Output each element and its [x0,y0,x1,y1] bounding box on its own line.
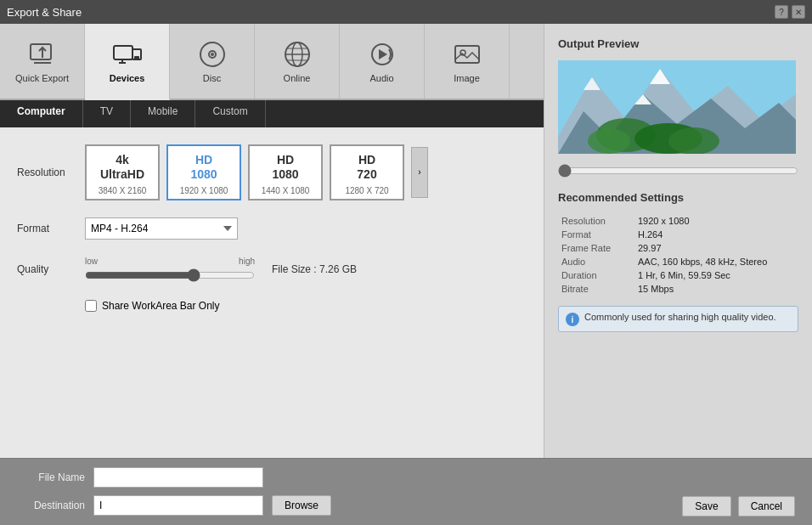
online-icon [282,39,313,70]
rec-key-duration: Duration [558,268,634,282]
resolution-label: Resolution [17,167,85,178]
quality-labels: low high [85,257,255,266]
resolution-section: Resolution 4k UltraHD 3840 X 2160 HD 108… [17,144,527,200]
output-preview-title: Output Preview [558,37,798,50]
tab-audio[interactable]: Audio [340,24,425,99]
dialog: Export & Share ? ✕ [0,0,812,525]
format-section: Format MP4 - H.264 MP4 - H.265 AVI MOV W… [17,217,527,240]
res-card-hd1080-sel-line1: HD [172,153,236,167]
quality-slider-container: low high [85,257,255,283]
res-card-hd1080-2-sub: 1440 X 1080 [253,186,318,195]
quality-section: Quality low high File Size : 7.26 GB [17,257,527,283]
sub-tab-bar: Computer TV Mobile Custom [0,100,544,127]
res-card-hd1080-sel-sub: 1920 X 1080 [172,186,236,195]
res-card-hd1080-selected[interactable]: HD 1080 1920 X 1080 [166,144,241,200]
image-icon [452,39,482,70]
quality-label: Quality [17,263,85,275]
info-bar: i Commonly used for sharing high quality… [558,306,798,332]
rec-row-format: Format H.264 [558,228,798,241]
bottom-panel: File Name Destination Browse Save Cancel [0,458,812,525]
help-button[interactable]: ? [775,5,788,19]
rec-key-framerate: Frame Rate [558,241,634,255]
res-card-4k-line1: 4k [90,153,155,167]
tab-image[interactable]: Image [425,24,510,99]
tab-audio-label: Audio [369,73,393,83]
browse-button[interactable]: Browse [272,495,331,516]
tab-devices-label: Devices [110,73,145,83]
sub-tab-computer[interactable]: Computer [0,100,83,127]
svg-rect-3 [114,46,133,59]
rec-key-format: Format [558,228,634,241]
rec-key-resolution: Resolution [558,214,634,228]
preview-timeline-slider[interactable] [558,164,798,178]
close-button[interactable]: ✕ [792,5,805,19]
tab-disc-label: Disc [203,73,221,83]
destination-label: Destination [17,500,85,511]
resolution-cards: 4k UltraHD 3840 X 2160 HD 1080 1920 X 10… [85,144,527,200]
rec-val-format: H.264 [634,228,798,241]
svg-point-29 [668,127,719,154]
left-panel: Quick Export Devices [0,24,544,458]
tab-online[interactable]: Online [255,24,340,99]
devices-icon [112,39,143,70]
destination-input[interactable] [93,495,263,516]
tab-bar: Quick Export Devices [0,24,544,100]
rec-row-bitrate: Bitrate 15 Mbps [558,282,798,296]
sub-tab-custom[interactable]: Custom [195,100,265,127]
filename-row: File Name [17,467,795,488]
file-size: File Size : 7.26 GB [272,263,357,275]
tab-image-label: Image [454,73,480,83]
format-label: Format [17,223,85,234]
title-bar: Export & Share ? ✕ [0,0,812,24]
svg-rect-7 [134,56,139,59]
rec-val-audio: AAC, 160 kbps, 48 kHz, Stereo [634,255,798,268]
rec-key-bitrate: Bitrate [558,282,634,296]
sub-tab-tv[interactable]: TV [83,100,131,127]
file-size-value: 7.26 GB [319,263,357,275]
svg-rect-18 [455,46,479,63]
res-card-hd1080-2[interactable]: HD 1080 1440 X 1080 [248,144,323,200]
res-card-hd1080-2-line1: HD [253,153,318,167]
share-workarea-section: Share WorkArea Bar Only [85,300,527,312]
file-size-label-text: File Size : [272,263,317,275]
quality-low-label: low [85,257,98,266]
tab-online-label: Online [284,73,311,83]
tab-quick-export-label: Quick Export [15,73,69,83]
recommended-settings-title: Recommended Settings [558,191,798,204]
format-select[interactable]: MP4 - H.264 MP4 - H.265 AVI MOV WMV [85,217,238,240]
filename-input[interactable] [93,467,263,488]
res-card-hd720-line1: HD [335,153,399,167]
rec-key-audio: Audio [558,255,634,268]
bottom-actions: Save Cancel [682,496,795,517]
content-area: Resolution 4k UltraHD 3840 X 2160 HD 108… [0,127,544,458]
svg-rect-0 [31,44,51,59]
share-workarea-label: Share WorkArea Bar Only [102,300,220,312]
res-card-4k-sub: 3840 X 2160 [90,186,155,195]
tab-devices[interactable]: Devices [85,24,170,100]
sub-tab-mobile[interactable]: Mobile [131,100,195,127]
res-card-hd720-line2: 720 [335,167,399,181]
tab-disc[interactable]: Disc [170,24,255,99]
res-card-4k[interactable]: 4k UltraHD 3840 X 2160 [85,144,160,200]
share-workarea-checkbox[interactable] [85,300,97,312]
res-card-hd1080-sel-line2: 1080 [172,167,236,181]
quality-slider[interactable] [85,268,255,283]
cancel-button[interactable]: Cancel [738,496,795,517]
disc-icon [197,39,228,70]
destination-row: Destination Browse [17,495,331,516]
info-message: Commonly used for sharing high quality v… [584,312,776,322]
info-icon: i [566,313,579,326]
quick-export-icon [27,39,58,70]
save-button[interactable]: Save [682,496,730,517]
tab-quick-export[interactable]: Quick Export [0,24,85,99]
main-content: Quick Export Devices [0,24,812,458]
filename-label: File Name [17,471,85,483]
svg-point-10 [211,53,214,56]
res-card-hd720[interactable]: HD 720 1280 X 720 [330,144,404,200]
res-card-4k-line2: UltraHD [90,167,155,181]
title-bar-buttons: ? ✕ [775,5,805,19]
dialog-title: Export & Share [7,6,82,19]
resolution-scroll-right[interactable]: › [411,147,428,198]
res-card-hd720-sub: 1280 X 720 [335,186,399,195]
rec-val-duration: 1 Hr, 6 Min, 59.59 Sec [634,268,798,282]
